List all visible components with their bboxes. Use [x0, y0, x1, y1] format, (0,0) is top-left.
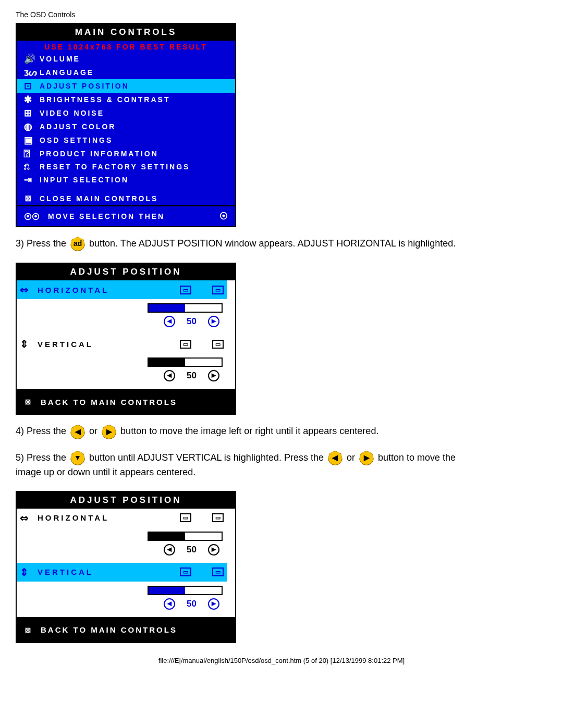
vertical-bar: [148, 586, 223, 595]
horizontal-icon: ⇔: [20, 512, 38, 524]
text: 3) Press the: [16, 238, 69, 249]
vertical-icon: ⇕: [20, 338, 38, 350]
osd-item-label: INPUT SELECTION: [40, 176, 129, 184]
adjust-label: HORIZONTAL: [38, 513, 109, 522]
text: button to move the image left or right u…: [120, 426, 378, 436]
adjust-vertical[interactable]: ⇕ VERTICAL ▭ ▭ ◂ 50 ▸: [17, 335, 235, 389]
back-label: BACK TO MAIN CONTROLS: [41, 398, 177, 406]
osd-adjust-position-2: ADJUST POSITION ⇔ HORIZONTAL ▭ ▭ ◂ 50 ▸ …: [16, 491, 236, 643]
osd-item-close[interactable]: ⦻ CLOSE MAIN CONTROLS: [17, 192, 235, 205]
osd-item-label: LANGUAGE: [40, 68, 94, 77]
back-label: BACK TO MAIN CONTROLS: [41, 625, 177, 634]
osd-item-reset-factory[interactable]: ⎌ RESET TO FACTORY SETTINGS: [17, 160, 235, 173]
text: button until ADJUST VERTICAL is highligh…: [89, 452, 326, 463]
osd-item-label: ADJUST COLOR: [40, 122, 116, 131]
osd-item-label: OSD SETTINGS: [40, 136, 113, 144]
osd-item-label: BRIGHTNESS & CONTRAST: [40, 95, 170, 104]
left-arrow-icon[interactable]: ◂: [164, 316, 175, 327]
osd-item-label: CLOSE MAIN CONTROLS: [40, 194, 158, 203]
adjust-label: VERTICAL: [38, 567, 93, 576]
adjust-label: VERTICAL: [38, 340, 93, 349]
ok-button-icon: ad: [70, 237, 85, 251]
settings-icon: ▣: [24, 134, 40, 146]
position-preview-icons: ▭ ▭: [180, 567, 224, 576]
position-preview-icons: ▭ ▭: [180, 340, 224, 349]
input-icon: ⇥: [24, 174, 40, 186]
right-arrow-icon[interactable]: ▸: [208, 598, 219, 610]
back-to-main[interactable]: ⦻ BACK TO MAIN CONTROLS: [17, 389, 235, 414]
osd-item-label: PRODUCT INFORMATION: [40, 150, 158, 158]
close-icon: ⦻: [24, 193, 40, 204]
left-button-icon: ◀: [328, 451, 342, 465]
osd-item-label: ADJUST POSITION: [40, 82, 129, 90]
osd-main-footer: ⦿⦿ MOVE SELECTION THEN ⦿: [17, 205, 235, 226]
right-arrow-icon[interactable]: ▸: [208, 316, 219, 327]
step-3-text: 3) Press the ad button. The ADJUST POSIT…: [16, 237, 547, 251]
adjust-label: HORIZONTAL: [38, 286, 109, 294]
left-arrow-icon[interactable]: ◂: [164, 598, 175, 610]
color-icon: ◍: [24, 121, 40, 132]
horizontal-bar: [148, 532, 223, 541]
position-preview-icons: ▭ ▭: [180, 286, 224, 294]
brightness-icon: ✱: [24, 94, 40, 105]
osd-item-language[interactable]: ᴣᔕ LANGUAGE: [17, 66, 235, 79]
page-footer-path: file:///E|/manual/english/150P/osd/osd_c…: [16, 657, 547, 664]
pos-left-icon: ▭: [180, 286, 191, 294]
language-icon: ᴣᔕ: [24, 67, 40, 78]
back-to-main[interactable]: ⦻ BACK TO MAIN CONTROLS: [17, 617, 235, 642]
pos-up-icon: ▭: [180, 567, 191, 576]
horizontal-value: 50: [187, 545, 197, 555]
info-icon: ⍰: [24, 148, 40, 159]
left-arrow-icon[interactable]: ◂: [164, 370, 175, 381]
volume-icon: 🔊: [24, 53, 40, 65]
step-4-text: 4) Press the ◀ or ▶ button to move the i…: [16, 424, 547, 439]
adjust-vertical[interactable]: ⇕ VERTICAL ▭ ▭ ◂ 50 ▸: [17, 563, 235, 617]
osd-item-product-info[interactable]: ⍰ PRODUCT INFORMATION: [17, 147, 235, 160]
text: 4) Press the: [16, 426, 66, 436]
osd-item-adjust-color[interactable]: ◍ ADJUST COLOR: [17, 120, 235, 133]
noise-icon: ⊞: [24, 107, 40, 119]
right-button-icon: ▶: [359, 451, 374, 465]
right-button-icon: ▶: [102, 425, 116, 439]
left-arrow-icon[interactable]: ◂: [164, 544, 175, 556]
divider: [17, 187, 235, 192]
osd-footer-text: MOVE SELECTION THEN: [48, 212, 165, 220]
text: image up or down until it appears center…: [16, 467, 195, 477]
right-arrow-icon[interactable]: ▸: [208, 544, 219, 556]
osd-adjust-title: ADJUST POSITION: [17, 492, 235, 509]
pos-up-icon: ▭: [180, 340, 191, 349]
osd-item-volume[interactable]: 🔊 VOLUME: [17, 52, 235, 66]
text: or: [89, 426, 100, 436]
adjust-horizontal[interactable]: ⇔ HORIZONTAL ▭ ▭ ◂ 50 ▸: [17, 509, 235, 563]
osd-item-video-noise[interactable]: ⊞ VIDEO NOISE: [17, 106, 235, 120]
osd-item-label: VIDEO NOISE: [40, 109, 104, 117]
reset-icon: ⎌: [24, 161, 40, 172]
osd-adjust-position-1: ADJUST POSITION ⇔ HORIZONTAL ▭ ▭ ◂ 50 ▸ …: [16, 263, 236, 415]
vertical-value: 50: [187, 371, 197, 381]
horizontal-bar-fill: [149, 304, 185, 312]
osd-main-title: MAIN CONTROLS: [17, 24, 235, 41]
page-header: The OSD Controls: [16, 10, 547, 19]
osd-main-controls: MAIN CONTROLS USE 1024x768 FOR BEST RESU…: [16, 23, 236, 227]
horizontal-icon: ⇔: [20, 283, 38, 296]
pos-left-icon: ▭: [180, 513, 191, 522]
text: button to move the: [378, 452, 456, 463]
adjust-horizontal[interactable]: ⇔ HORIZONTAL ▭ ▭ ◂ 50 ▸: [17, 280, 235, 335]
vertical-value: 50: [187, 599, 197, 609]
osd-item-osd-settings[interactable]: ▣ OSD SETTINGS: [17, 133, 235, 147]
back-icon: ⦻: [24, 625, 41, 635]
horizontal-bar: [148, 303, 223, 313]
osd-item-adjust-position[interactable]: ⊡ ADJUST POSITION: [17, 79, 235, 93]
osd-item-brightness-contrast[interactable]: ✱ BRIGHTNESS & CONTRAST: [17, 93, 235, 106]
right-arrow-icon[interactable]: ▸: [208, 370, 219, 381]
step-5-text: 5) Press the ▼ button until ADJUST VERTI…: [16, 451, 547, 479]
vertical-bar: [148, 357, 223, 367]
osd-item-input-selection[interactable]: ⇥ INPUT SELECTION: [17, 173, 235, 187]
text: or: [347, 452, 358, 463]
position-preview-icons: ▭ ▭: [180, 513, 224, 522]
back-icon: ⦻: [24, 397, 41, 406]
vertical-bar-fill: [149, 587, 185, 594]
osd-main-subtitle: USE 1024x768 FOR BEST RESULT: [17, 41, 235, 52]
osd-item-label: VOLUME: [40, 55, 80, 63]
horizontal-bar-fill: [149, 533, 185, 540]
